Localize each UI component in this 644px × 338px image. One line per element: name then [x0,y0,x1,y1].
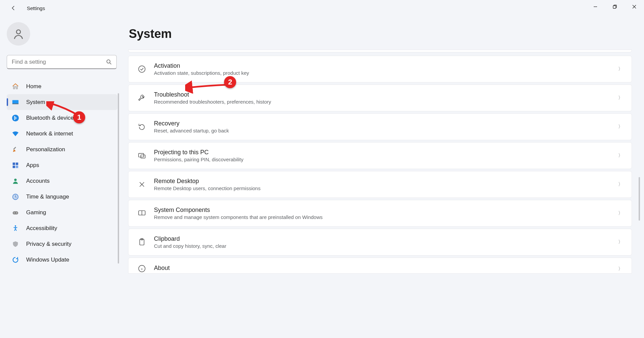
accounts-icon [11,177,19,185]
privacy-icon [11,240,19,248]
card-projecting[interactable]: Projecting to this PC Permissions, pairi… [128,142,632,169]
card-subtitle: Remove and manage system components that… [154,214,618,220]
chevron-right-icon: 〉 [618,266,623,272]
recovery-icon [137,122,147,131]
card-text: Clipboard Cut and copy history, sync, cl… [154,235,618,249]
svg-rect-24 [139,154,144,157]
page-title: System [129,27,632,41]
sidebar-item-label: Accessibility [26,225,57,232]
card-remote-desktop[interactable]: Remote Desktop Remote Desktop users, con… [128,171,632,198]
title-bar: Settings [0,0,644,16]
window-controls [586,0,644,13]
main-content: System Activation Activation state, subs… [124,16,644,338]
card-title: About [154,265,618,272]
card-title: Troubleshoot [154,91,618,99]
card-text: Projecting to this PC Permissions, pairi… [154,149,618,163]
card-subtitle: Remote Desktop users, connection permiss… [154,185,618,191]
activation-icon [137,64,147,74]
sidebar-item-accessibility[interactable]: Accessibility [7,220,117,236]
card-activation[interactable]: Activation Activation state, subscriptio… [128,56,632,82]
chevron-right-icon: 〉 [618,181,623,187]
svg-point-18 [13,194,18,200]
chevron-right-icon: 〉 [618,95,623,101]
sidebar-item-privacy[interactable]: Privacy & security [7,236,117,252]
svg-point-16 [14,178,16,181]
gaming-icon [11,209,19,217]
card-text: Troubleshoot Recommended troubleshooters… [154,91,618,105]
svg-rect-25 [141,155,145,158]
user-avatar[interactable] [7,22,30,46]
svg-rect-13 [16,162,18,165]
svg-rect-9 [12,103,18,104]
sidebar-nav: Home System Bluetooth & devices Network … [7,78,117,268]
sidebar-item-time[interactable]: Time & language [7,189,117,205]
card-clipboard[interactable]: Clipboard Cut and copy history, sync, cl… [128,229,632,256]
card-title: System Components [154,207,618,214]
card-edge-prev [128,50,632,52]
svg-rect-19 [13,211,18,214]
bluetooth-icon [11,114,19,122]
svg-point-10 [12,114,19,121]
svg-point-21 [16,212,17,213]
app-body: Home System Bluetooth & devices Network … [0,16,644,338]
remote-desktop-icon [137,180,147,189]
sidebar-item-accounts[interactable]: Accounts [7,173,117,189]
system-icon [11,98,19,106]
sidebar-item-update[interactable]: Windows Update [7,252,117,268]
maximize-button[interactable] [605,0,625,13]
sidebar-item-label: Privacy & security [26,241,71,247]
card-system-components[interactable]: System Components Remove and manage syst… [128,200,632,227]
sidebar-item-label: System [26,99,45,106]
sidebar-item-apps[interactable]: Apps [7,157,117,173]
card-about[interactable]: About 〉 [128,258,632,274]
card-subtitle: Cut and copy history, sync, clear [154,243,618,249]
card-title: Activation [154,62,618,70]
card-title: Remote Desktop [154,178,618,185]
search-box[interactable] [7,55,117,69]
svg-point-6 [107,60,110,63]
card-text: Activation Activation state, subscriptio… [154,62,618,76]
accessibility-icon [11,224,19,232]
card-text: Recovery Reset, advanced startup, go bac… [154,120,618,134]
card-subtitle: Activation state, subscriptions, product… [154,70,618,76]
sidebar-item-label: Personalization [26,146,65,153]
sidebar-item-personalization[interactable]: Personalization [7,142,117,157]
card-subtitle: Permissions, pairing PIN, discoverabilit… [154,157,618,162]
sidebar-item-label: Home [26,83,41,90]
svg-point-5 [16,30,20,34]
card-title: Projecting to this PC [154,149,618,156]
sidebar-item-bluetooth[interactable]: Bluetooth & devices [7,110,117,126]
card-title: Clipboard [154,235,618,243]
card-title: Recovery [154,120,618,127]
time-icon [11,193,19,201]
sidebar-item-label: Windows Update [26,257,69,263]
sidebar-item-label: Bluetooth & devices [26,115,76,121]
close-button[interactable] [625,0,644,13]
sidebar-item-network[interactable]: Network & internet [7,126,117,142]
chevron-right-icon: 〉 [618,66,623,72]
svg-rect-12 [13,162,15,165]
sidebar-item-label: Gaming [26,209,46,216]
svg-rect-2 [613,6,616,8]
svg-rect-11 [13,147,16,149]
chevron-right-icon: 〉 [618,153,623,159]
sidebar-item-label: Accounts [26,178,50,184]
settings-card-list: Activation Activation state, subscriptio… [128,50,632,274]
home-icon [11,82,19,91]
sidebar-item-gaming[interactable]: Gaming [7,205,117,220]
sidebar-item-label: Network & internet [26,130,73,137]
back-button[interactable] [7,1,20,15]
sidebar-item-system[interactable]: System [7,94,117,110]
card-troubleshoot[interactable]: Troubleshoot Recommended troubleshooters… [128,84,632,111]
sidebar-item-home[interactable]: Home [7,78,117,94]
sidebar-item-label: Time & language [26,193,69,200]
card-text: System Components Remove and manage syst… [154,207,618,220]
main-scrollbar[interactable] [639,177,640,221]
minimize-button[interactable] [586,0,605,13]
card-text: Remote Desktop Remote Desktop users, con… [154,178,618,191]
chevron-right-icon: 〉 [618,210,623,216]
card-text: About [154,265,618,272]
card-recovery[interactable]: Recovery Reset, advanced startup, go bac… [128,113,632,140]
search-input[interactable] [12,59,102,65]
sidebar-scrollbar[interactable] [118,93,119,264]
